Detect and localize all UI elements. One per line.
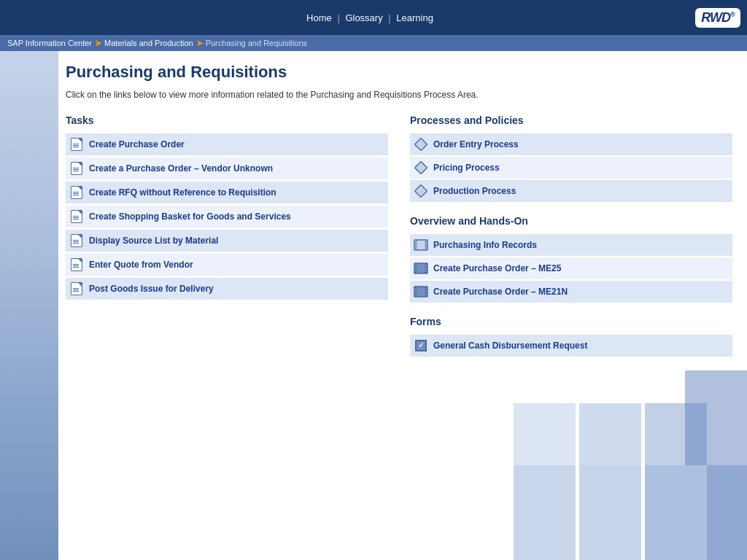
right-column: Processes and Policies Order Entry Proce… — [410, 114, 732, 358]
top-nav-bar: Home | Glossary | Learning RWD® — [0, 0, 747, 35]
film-icon-wrapper — [411, 260, 430, 276]
task-link-create-po[interactable]: Create Purchase Order — [89, 139, 185, 149]
doc-icon-wrapper — [67, 160, 86, 176]
process-link-production[interactable]: Production Process — [433, 186, 516, 196]
logo-badge: RWD® — [695, 8, 740, 28]
processes-section-title: Processes and Policies — [410, 114, 732, 126]
checkbox-icon — [415, 340, 427, 351]
doc-icon-wrapper — [67, 184, 86, 201]
document-icon — [71, 282, 82, 295]
task-link-source-list[interactable]: Display Source List by Material — [89, 236, 218, 246]
decorative-blocks — [441, 414, 747, 560]
rwd-logo: RWD® — [689, 0, 747, 35]
breadcrumb: SAP Information Center ➤ Materials and P… — [0, 35, 747, 51]
breadcrumb-home[interactable]: SAP Information Center — [7, 39, 92, 47]
forms-link-cash-disbursement[interactable]: General Cash Disbursement Request — [433, 341, 587, 351]
list-item: Order Entry Process — [410, 133, 732, 155]
overview-link-po-me25[interactable]: Create Purchase Order – ME25 — [433, 263, 561, 273]
film-icon — [414, 262, 428, 274]
svg-rect-2 — [415, 184, 427, 197]
list-item: Create a Purchase Order – Vendor Unknown — [66, 158, 388, 180]
svg-rect-1 — [415, 161, 427, 174]
list-item: Pricing Process — [410, 157, 732, 179]
document-icon — [71, 138, 82, 151]
page-description: Click on the links below to view more in… — [66, 89, 732, 101]
overview-section-title: Overview and Hands-On — [410, 215, 732, 227]
content-area: Purchasing and Requisitions Click on the… — [58, 51, 747, 560]
doc-icon-wrapper — [67, 136, 86, 152]
list-item: Create Purchase Order – ME25 — [410, 257, 732, 279]
nav-links: Home | Glossary | Learning — [0, 12, 740, 23]
svg-rect-4 — [414, 240, 417, 250]
list-item: Production Process — [410, 180, 732, 202]
overview-link-po-me21n[interactable]: Create Purchase Order – ME21N — [433, 287, 568, 297]
task-link-create-po-vendor[interactable]: Create a Purchase Order – Vendor Unknown — [89, 163, 273, 174]
list-item: Create Purchase Order – ME21N — [410, 281, 732, 303]
list-item: General Cash Disbursement Request — [410, 335, 732, 357]
diamond-icon — [414, 138, 427, 151]
task-link-post-goods[interactable]: Post Goods Issue for Delivery — [89, 284, 214, 294]
process-link-pricing[interactable]: Pricing Process — [433, 163, 500, 173]
task-link-enter-quote[interactable]: Enter Quote from Vendor — [89, 260, 193, 270]
list-item: Create Purchase Order — [66, 133, 388, 156]
breadcrumb-materials[interactable]: Materials and Production — [104, 39, 193, 47]
film-icon — [414, 286, 428, 298]
tasks-column: Tasks Create Purchase Order Create a Pur… — [66, 114, 388, 358]
checkbox-icon-wrapper — [411, 338, 430, 354]
svg-rect-0 — [415, 138, 427, 150]
task-link-rfq[interactable]: Create RFQ without Reference to Requisit… — [89, 187, 276, 198]
list-item: Post Goods Issue for Delivery — [66, 278, 388, 300]
learning-link[interactable]: Learning — [396, 12, 433, 23]
doc-icon-wrapper — [67, 257, 86, 273]
document-icon — [71, 186, 82, 199]
forms-section-title: Forms — [410, 316, 732, 327]
document-icon — [71, 162, 82, 175]
list-item: Display Source List by Material — [66, 230, 388, 252]
film-icon-wrapper — [411, 284, 430, 300]
process-link-order-entry[interactable]: Order Entry Process — [433, 139, 519, 149]
overview-link-info-records[interactable]: Purchasing Info Records — [433, 240, 537, 250]
film-icon-wrapper — [411, 237, 430, 253]
document-icon — [71, 258, 82, 271]
left-sidebar — [0, 51, 58, 560]
doc-icon-wrapper — [67, 233, 86, 249]
process-icon-wrapper — [411, 183, 430, 199]
main-wrapper: Purchasing and Requisitions Click on the… — [0, 51, 747, 560]
tasks-section-title: Tasks — [66, 114, 388, 126]
list-item: Purchasing Info Records — [410, 234, 732, 256]
svg-rect-5 — [425, 240, 427, 250]
glossary-link[interactable]: Glossary — [345, 12, 382, 23]
task-link-shopping-basket[interactable]: Create Shopping Basket for Goods and Ser… — [89, 211, 291, 222]
doc-icon-wrapper — [67, 281, 86, 297]
film-icon — [414, 239, 428, 251]
diamond-icon — [414, 161, 427, 174]
document-icon — [71, 234, 82, 247]
list-item: Enter Quote from Vendor — [66, 254, 388, 276]
document-icon — [71, 210, 82, 223]
process-icon-wrapper — [411, 160, 430, 176]
breadcrumb-current: Purchasing and Requisitions — [206, 39, 307, 47]
list-item: Create RFQ without Reference to Requisit… — [66, 182, 388, 204]
doc-icon-wrapper — [67, 209, 86, 225]
process-icon-wrapper — [411, 136, 430, 152]
columns: Tasks Create Purchase Order Create a Pur… — [66, 114, 732, 358]
page-title: Purchasing and Requisitions — [66, 63, 732, 82]
diamond-icon — [414, 184, 427, 198]
home-link[interactable]: Home — [306, 12, 332, 23]
list-item: Create Shopping Basket for Goods and Ser… — [66, 206, 388, 228]
